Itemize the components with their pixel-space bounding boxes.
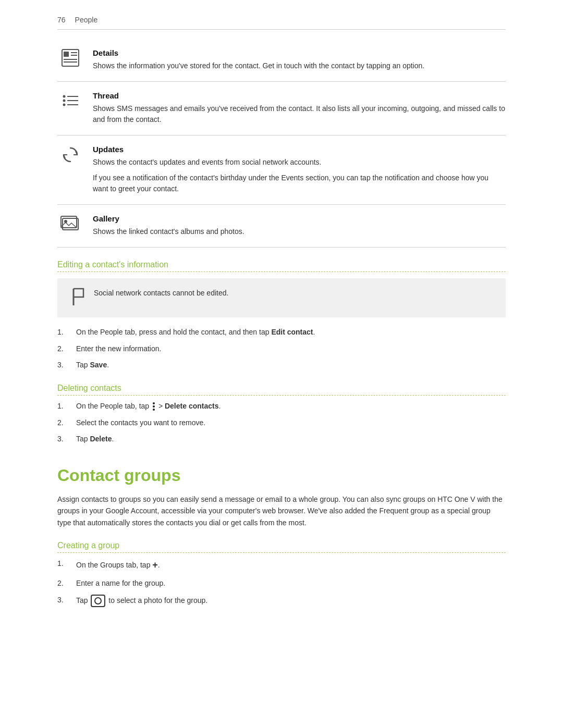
edit-steps-list: 1. On the People tab, press and hold the… [57,327,506,371]
step-text-after: . [107,361,109,369]
step-text: Tap to select a photo for the group. [76,595,506,607]
gallery-name: Gallery [93,214,506,223]
step-number: 2. [57,417,69,429]
step-text-middle: > [156,402,165,410]
contact-groups-body: Assign contacts to groups so you can eas… [57,493,506,528]
details-name: Details [93,48,506,57]
updates-icon [60,145,81,166]
flag-icon [70,288,85,308]
updates-content: Updates Shows the contact's updates and … [89,135,506,205]
step-text: On the Groups tab, tap +. [76,558,506,573]
step-text: On the People tab, tap > Delete contacts… [76,401,506,412]
step-text-before: On the Groups tab, tap [76,561,152,569]
step-text: Tap Delete. [76,434,506,445]
delete-section-heading: Deleting contacts [57,384,506,396]
list-item: 3. Tap Save. [57,360,506,371]
delete-steps-list: 1. On the People tab, tap > Delete conta… [57,401,506,445]
table-row: Updates Shows the contact's updates and … [57,135,506,205]
feature-table: Details Shows the information you've sto… [57,39,506,248]
step-number: 3. [57,360,69,371]
step-number: 1. [57,558,69,573]
updates-icon-cell [57,135,89,205]
thread-name: Thread [93,91,506,100]
page-content: 76 People [0,0,563,728]
creating-steps-list: 1. On the Groups tab, tap +. 2. Enter a … [57,558,506,607]
gallery-icon-cell [57,205,89,248]
list-item: 2. Enter a name for the group. [57,578,506,589]
step-text: On the People tab, press and hold the co… [76,327,506,338]
list-item: 1. On the People tab, tap > Delete conta… [57,401,506,412]
table-row: Gallery Shows the linked contact's album… [57,205,506,248]
step-number: 2. [57,343,69,355]
creating-group-heading: Creating a group [57,541,506,553]
step-text-after: . [313,328,315,336]
step-number: 1. [57,401,69,412]
contact-groups-heading: Contact groups [57,466,506,485]
list-item: 3. Tap to select a photo for the group. [57,595,506,607]
step-text-before: On the People tab, press and hold the co… [76,328,271,336]
step-text: Tap Save. [76,360,506,371]
list-item: 1. On the Groups tab, tap +. [57,558,506,573]
updates-desc-2: If you see a notification of the contact… [93,172,506,195]
gallery-desc: Shows the linked contact's albums and ph… [93,226,506,238]
list-item: 3. Tap Delete. [57,434,506,445]
step-text-after: . [218,402,221,410]
svg-point-8 [63,99,66,102]
edit-section-heading: Editing a contact's information [57,260,506,272]
gallery-icon [60,214,81,235]
updates-desc-1: Shows the contact's updates and events f… [93,157,506,168]
list-item: 2. Enter the new information. [57,343,506,355]
list-item: 2. Select the contacts you want to remov… [57,417,506,429]
thread-content: Thread Shows SMS messages and emails you… [89,81,506,135]
step-text: Enter the new information. [76,343,506,355]
step-text-before: On the People tab, tap [76,402,151,410]
step-text: Enter a name for the group. [76,578,506,589]
step-bold: Save [90,361,107,369]
step-text-after: . [158,561,160,569]
page-number: 76 [57,16,66,24]
thread-desc: Shows SMS messages and emails you've rec… [93,103,506,126]
note-text: Social network contacts cannot be edited… [94,288,228,299]
step-number: 3. [57,595,69,607]
plus-icon: + [152,560,158,570]
step-bold: Edit contact [271,328,313,336]
step-bold: Delete contacts [165,402,218,410]
step-text-before: Tap [76,435,90,443]
svg-point-10 [63,103,66,106]
three-dots-icon [153,402,155,411]
updates-name: Updates [93,145,506,154]
page-header: 76 People [57,16,506,30]
thread-icon [60,91,81,112]
step-text-after: to select a photo for the group. [106,596,207,604]
step-text-after: . [112,435,114,443]
svg-point-6 [63,95,66,97]
thread-icon-cell [57,81,89,135]
camera-icon [91,595,105,607]
step-text-before: Tap [76,361,90,369]
table-row: Thread Shows SMS messages and emails you… [57,81,506,135]
note-box: Social network contacts cannot be edited… [57,278,506,317]
step-text-before: Tap [76,596,90,604]
step-text: Select the contacts you want to remove. [76,417,506,429]
step-number: 1. [57,327,69,338]
step-number: 2. [57,578,69,589]
step-number: 3. [57,434,69,445]
details-icon-cell [57,39,89,81]
details-icon [60,48,81,69]
details-content: Details Shows the information you've sto… [89,39,506,81]
svg-rect-1 [64,52,69,57]
gallery-content: Gallery Shows the linked contact's album… [89,205,506,248]
list-item: 1. On the People tab, press and hold the… [57,327,506,338]
table-row: Details Shows the information you've sto… [57,39,506,81]
details-desc: Shows the information you've stored for … [93,60,506,72]
page-title: People [75,16,98,24]
step-bold: Delete [90,435,112,443]
